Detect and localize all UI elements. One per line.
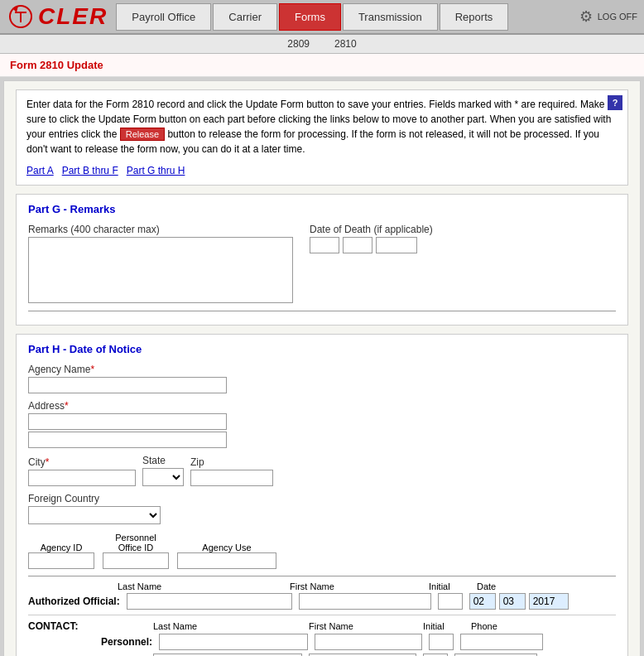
auth-first-name-header: First Name xyxy=(290,581,422,591)
contact-last-name-header: Last Name xyxy=(153,621,302,631)
address-group: Address* xyxy=(28,400,616,448)
auth-date-yyyy-input[interactable] xyxy=(529,593,569,610)
personnel-initial-input[interactable] xyxy=(429,634,454,650)
dod-dd-input[interactable] xyxy=(343,237,372,253)
personnel-phone-input[interactable] xyxy=(460,634,543,650)
gear-icon[interactable]: ⚙ xyxy=(579,7,593,26)
city-label: City* xyxy=(28,456,136,468)
auth-divider xyxy=(28,576,616,576)
nav-tabs: Payroll Office Carrier Forms Transmissio… xyxy=(116,3,572,31)
zip-group: Zip xyxy=(190,456,273,486)
part-g-divider xyxy=(28,311,616,311)
auth-header-row: Last Name First Name Initial Date xyxy=(28,581,616,591)
tab-reports[interactable]: Reports xyxy=(440,3,509,31)
page-title-bar: Form 2810 Update xyxy=(0,54,644,77)
auth-data-row: Authorized Official: xyxy=(28,593,616,615)
auth-date-mm-input[interactable] xyxy=(469,593,496,610)
address-line2-input[interactable] xyxy=(28,432,227,448)
contact-header-row: CONTACT: Last Name First Name Initial Ph… xyxy=(28,620,616,632)
auth-date-fields xyxy=(469,593,569,610)
contact-first-name-header: First Name xyxy=(309,621,416,631)
zip-label: Zip xyxy=(190,456,273,468)
part-g-title: Part G - Remarks xyxy=(28,203,616,215)
state-label: State xyxy=(142,455,184,466)
city-group: City* xyxy=(28,456,136,486)
log-off-button[interactable]: LOG OFF xyxy=(598,12,637,22)
contact-phone-header: Phone xyxy=(471,621,537,631)
agency-use-input[interactable] xyxy=(177,552,276,569)
auth-initial-header: Initial xyxy=(429,581,470,591)
personnel-first-name-input[interactable] xyxy=(315,634,422,650)
logo-area: CLER xyxy=(0,0,116,33)
info-box: ? Enter data for the Form 2810 record an… xyxy=(16,89,628,186)
sub-nav-2809[interactable]: 2809 xyxy=(287,38,310,50)
part-h-title: Part H - Date of Notice xyxy=(28,343,616,355)
foreign-country-label: Foreign Country xyxy=(28,493,616,504)
sub-nav-2810[interactable]: 2810 xyxy=(334,38,357,50)
address-label: Address* xyxy=(28,400,616,412)
part-g-section: Part G - Remarks Remarks (400 character … xyxy=(16,194,628,326)
agency-name-label: Agency Name* xyxy=(28,364,616,375)
dod-mm-input[interactable] xyxy=(310,237,339,253)
personnel-row: Personnel: xyxy=(28,634,616,650)
contact-initial-header: Initial xyxy=(423,621,464,631)
tab-carrier[interactable]: Carrier xyxy=(213,3,277,31)
agency-id-input[interactable] xyxy=(28,552,94,569)
page-title: Form 2810 Update xyxy=(10,59,103,71)
release-button[interactable]: Release xyxy=(120,128,165,141)
dod-area: Date of Death (if applicable) xyxy=(310,224,616,306)
state-group: State xyxy=(142,455,184,486)
agency-id-label: Agency ID xyxy=(28,543,94,552)
personnel-last-name-input[interactable] xyxy=(159,634,308,650)
tab-payroll-office[interactable]: Payroll Office xyxy=(116,3,211,31)
part-g-row: Remarks (400 character max) Date of Deat… xyxy=(28,224,616,306)
personnel-office-id-col: Personnel Office ID xyxy=(103,533,169,569)
part-nav-links: Part A Part B thru F Part G thru H xyxy=(26,163,618,178)
sub-nav: 2809 2810 xyxy=(0,35,644,54)
main-content: ? Enter data for the Form 2810 record an… xyxy=(3,80,641,656)
help-icon-button[interactable]: ? xyxy=(608,95,622,110)
auth-initial-input[interactable] xyxy=(438,593,463,610)
cler-logo-icon xyxy=(8,4,33,29)
agency-id-group: Agency ID Personnel Office ID Agency Use xyxy=(28,533,616,569)
state-select[interactable] xyxy=(142,468,184,486)
auth-last-name-input[interactable] xyxy=(127,593,292,610)
agency-use-label: Agency Use xyxy=(177,543,276,552)
tab-forms[interactable]: Forms xyxy=(279,3,341,31)
zip-input[interactable] xyxy=(190,470,273,486)
foreign-country-group: Foreign Country xyxy=(28,493,616,524)
auth-date-dd-input[interactable] xyxy=(499,593,526,610)
remarks-label: Remarks (400 character max) xyxy=(28,224,293,235)
part-h-section: Part H - Date of Notice Agency Name* Add… xyxy=(16,334,628,656)
agency-use-col: Agency Use xyxy=(177,543,276,569)
agency-id-col: Agency ID xyxy=(28,543,94,569)
agency-name-group: Agency Name* xyxy=(28,364,616,393)
city-input[interactable] xyxy=(28,470,136,486)
dod-yyyy-input[interactable] xyxy=(376,237,417,253)
auth-official-label: Authorized Official: xyxy=(28,596,120,607)
foreign-country-select[interactable] xyxy=(28,506,161,524)
dod-date-fields xyxy=(310,237,616,253)
agency-name-input[interactable] xyxy=(28,377,227,393)
nav-link-part-g-h[interactable]: Part G thru H xyxy=(127,163,185,178)
logo-text: CLER xyxy=(38,3,108,30)
nav-link-part-a[interactable]: Part A xyxy=(26,163,54,178)
auth-date-header: Date xyxy=(477,581,543,591)
address-line1-input[interactable] xyxy=(28,413,227,430)
auth-last-name-header: Last Name xyxy=(118,581,283,591)
nav-link-part-b-f[interactable]: Part B thru F xyxy=(62,163,118,178)
tab-transmission[interactable]: Transmission xyxy=(343,3,438,31)
contact-main-label: CONTACT: xyxy=(28,620,94,632)
app-header: CLER Payroll Office Carrier Forms Transm… xyxy=(0,0,644,35)
remarks-textarea[interactable] xyxy=(28,237,293,303)
auth-first-name-input[interactable] xyxy=(299,593,431,610)
remarks-area: Remarks (400 character max) xyxy=(28,224,293,306)
personnel-office-id-label: Personnel Office ID xyxy=(103,533,169,552)
nav-right: ⚙ LOG OFF xyxy=(573,7,644,26)
personnel-label: Personnel: xyxy=(101,636,152,648)
city-state-zip-row: City* State Zip xyxy=(28,455,616,486)
dod-label: Date of Death (if applicable) xyxy=(310,224,616,235)
personnel-office-id-input[interactable] xyxy=(103,552,169,569)
